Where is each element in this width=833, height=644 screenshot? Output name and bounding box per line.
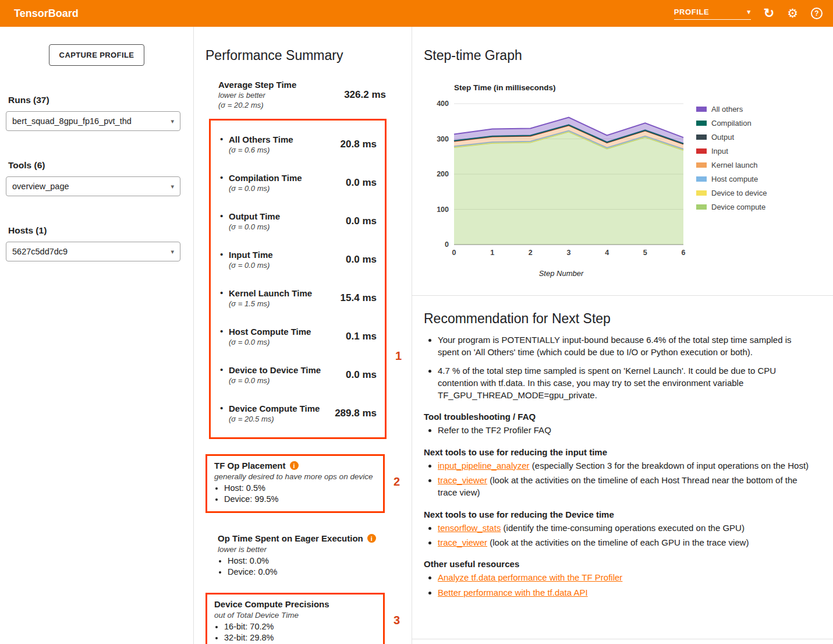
legend-swatch — [696, 121, 707, 126]
metric-sigma: (σ = 0.0 ms) — [229, 338, 311, 346]
link-analyze-tf-data-performance-with-the-tf-profiler[interactable]: Analyze tf.data performance with the TF … — [438, 572, 622, 582]
link-trace-viewer[interactable]: trace_viewer — [438, 475, 487, 485]
metric-sigma: (σ = 0.0 ms) — [229, 184, 302, 193]
settings-gear-icon[interactable]: ⚙ — [787, 6, 798, 20]
legend-item-device-compute: Device compute — [696, 203, 767, 211]
metric-row-output-time: Output Time (σ = 0.0 ms) 0.0 ms — [219, 202, 377, 240]
block-title-text: Op Time Spent on Eager Execution — [218, 533, 363, 543]
link-suffix-text: (especially Section 3 for the breakdown … — [530, 461, 809, 470]
link-better-performance-with-the-tf-data-api[interactable]: Better performance with the tf.data API — [438, 588, 588, 597]
metric-row-device-compute-time: Device Compute Time (σ = 20.5 ms) 289.8 … — [219, 394, 377, 433]
metric-value: 15.4 ms — [341, 292, 377, 304]
svg-text:4: 4 — [605, 249, 609, 257]
metric-label: Input Time — [229, 250, 273, 260]
svg-text:1: 1 — [490, 249, 494, 257]
legend-item-input: Input — [696, 147, 767, 155]
metric-value: 0.0 ms — [346, 215, 377, 227]
eager-execution-block: Op Time Spent on Eager Execution i lower… — [209, 527, 412, 585]
header-controls: PROFILE ▾ ↻ ⚙ ? — [674, 6, 823, 21]
tools-label: Tools (6) — [8, 160, 193, 171]
metric-label: Kernel Launch Time — [229, 288, 312, 298]
svg-text:200: 200 — [437, 170, 449, 178]
chevron-down-icon: ▾ — [747, 8, 751, 16]
rec-item-list: Refer to the TF2 Profiler FAQ — [424, 424, 813, 436]
dashboard-selector[interactable]: PROFILE ▾ — [674, 8, 751, 20]
svg-text:300: 300 — [437, 135, 449, 143]
metric-value: 289.8 ms — [335, 408, 377, 419]
metric-label: Output Time — [229, 211, 280, 221]
svg-text:3: 3 — [567, 249, 571, 257]
chart-legend: All others Compilation Output Input Kern… — [696, 105, 767, 211]
block-title-text: Device Compute Precisions — [214, 599, 329, 609]
link-tensorflow-stats[interactable]: tensorflow_stats — [438, 523, 501, 533]
performance-summary-title: Performance Summary — [205, 48, 412, 63]
legend-label: Compilation — [711, 119, 752, 128]
metric-sigma: (σ = 0.0 ms) — [229, 261, 273, 270]
runs-select-value: bert_squad_8gpu_fp16_pvt_thd — [12, 116, 132, 126]
annotation-number-3: 3 — [394, 614, 400, 627]
annotation-box-2-wrap: TF Op Placement i generally desired to h… — [205, 454, 385, 513]
legend-label: All others — [711, 105, 743, 114]
hosts-select-value: 5627c5dd7dc9 — [12, 247, 68, 256]
svg-text:5: 5 — [643, 249, 647, 257]
legend-item-device-to-device: Device to device — [696, 189, 767, 197]
performance-summary-panel: Performance Summary Average Step Time lo… — [193, 27, 412, 644]
info-icon[interactable]: i — [367, 534, 376, 543]
step-time-breakdown-box: All Others Time (σ = 0.6 ms) 20.8 ms Com… — [209, 119, 387, 439]
metric-row-device-to-device-time: Device to Device Time (σ = 0.0 ms) 0.0 m… — [219, 356, 377, 394]
step-time-chart[interactable]: 01002003004000123456 — [433, 95, 689, 264]
legend-item-output: Output — [696, 133, 767, 141]
metric-label: Device to Device Time — [229, 365, 321, 375]
recommendation-intro-list: Your program is POTENTIALLY input-bound … — [424, 334, 813, 401]
svg-text:2: 2 — [529, 249, 533, 257]
right-panel: Step-time Graph Step Time (in millisecon… — [412, 27, 833, 644]
metric-sigma: (σ = 20.2 ms) — [218, 101, 296, 109]
main-layout: CAPTURE PROFILE Runs (37) bert_squad_8gp… — [0, 27, 833, 644]
dashboard-selector-value: PROFILE — [674, 8, 710, 16]
recommendation-bullet: Your program is POTENTIALLY input-bound … — [438, 334, 813, 359]
rec-item: trace_viewer (look at the activities on … — [438, 474, 813, 499]
metric-label: Compilation Time — [229, 173, 302, 183]
link-suffix-text: (look at the activities on the timeline … — [487, 537, 749, 547]
step-time-graph-title: Step-time Graph — [424, 27, 833, 63]
metric-value: 0.0 ms — [346, 369, 377, 381]
help-icon[interactable]: ? — [811, 8, 823, 19]
info-icon[interactable]: i — [290, 461, 299, 470]
block-title-text: TF Op Placement — [214, 461, 286, 470]
device-compute-precisions-title: Device Compute Precisions — [214, 599, 376, 609]
list-item: 16-bit: 70.2% — [224, 622, 376, 631]
legend-label: Input — [711, 147, 728, 155]
eager-execution-list: Host: 0.0%Device: 0.0% — [218, 556, 403, 576]
metric-row-compilation-time: Compilation Time (σ = 0.0 ms) 0.0 ms — [219, 164, 377, 202]
recommendation-subsections: Tool troubleshooting / FAQ Refer to the … — [424, 412, 813, 598]
rec-item: Refer to the TF2 Profiler FAQ — [438, 424, 813, 436]
link-trace-viewer[interactable]: trace_viewer — [438, 537, 487, 547]
link-input-pipeline-analyzer[interactable]: input_pipeline_analyzer — [438, 461, 530, 470]
metric-note: lower is better — [218, 91, 296, 100]
hosts-select[interactable]: 5627c5dd7dc9 ▾ — [6, 242, 180, 261]
legend-swatch — [696, 162, 707, 168]
legend-label: Host compute — [711, 175, 758, 183]
annotation-box-3-wrap: Device Compute Precisions out of Total D… — [205, 593, 385, 644]
metric-row-kernel-launch-time: Kernel Launch Time (σ = 1.5 ms) 15.4 ms — [219, 279, 377, 317]
eager-execution-title: Op Time Spent on Eager Execution i — [218, 533, 403, 543]
legend-swatch — [696, 135, 707, 140]
runs-select[interactable]: bert_squad_8gpu_fp16_pvt_thd ▾ — [6, 111, 180, 131]
legend-label: Output — [711, 133, 734, 141]
recommendation-section: Recommendation for Next Step Your progra… — [412, 296, 833, 599]
metric-value: 0.1 ms — [346, 331, 377, 342]
legend-swatch — [696, 148, 707, 154]
legend-swatch — [696, 107, 707, 112]
tools-select[interactable]: overview_page ▾ — [6, 176, 180, 196]
app-title: TensorBoard — [14, 8, 79, 20]
svg-text:100: 100 — [437, 206, 449, 214]
item-text: Refer to the TF2 Profiler FAQ — [438, 425, 551, 435]
recommendation-bullet: 4.7 % of the total step time sampled is … — [438, 365, 813, 402]
legend-label: Device compute — [711, 203, 765, 211]
reload-icon[interactable]: ↻ — [764, 6, 774, 21]
tf-op-placement-box: TF Op Placement i generally desired to h… — [205, 454, 385, 513]
rec-subheading-tool-troubleshooting-faq: Tool troubleshooting / FAQ — [424, 412, 813, 422]
chevron-down-icon: ▾ — [171, 248, 174, 256]
chevron-down-icon: ▾ — [171, 118, 174, 125]
capture-profile-button[interactable]: CAPTURE PROFILE — [49, 44, 145, 66]
